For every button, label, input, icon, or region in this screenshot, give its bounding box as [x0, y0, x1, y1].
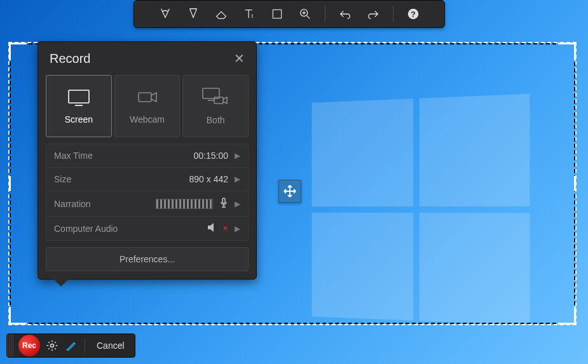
svg-point-10: [51, 344, 54, 347]
svg-text:t: t: [252, 13, 254, 19]
mode-label: Screen: [65, 114, 93, 125]
speaker-muted-icon[interactable]: [207, 223, 219, 234]
row-narration[interactable]: Narration ▶: [46, 191, 248, 217]
resize-handle-br[interactable]: [558, 307, 576, 325]
preferences-button[interactable]: Preferences...: [46, 247, 249, 271]
pen-straight-icon[interactable]: [182, 3, 204, 25]
resize-handle-tl[interactable]: [9, 43, 27, 60]
mode-label: Webcam: [130, 114, 165, 125]
resize-handle-bl[interactable]: [9, 307, 27, 325]
record-button[interactable]: Rec: [18, 335, 40, 356]
max-time-value: 00:15:00: [194, 151, 229, 161]
mode-both[interactable]: Both: [182, 75, 249, 137]
mute-x-icon: ✕: [222, 224, 228, 233]
bottombar-separator: [85, 338, 85, 353]
undo-icon[interactable]: [334, 3, 356, 25]
panel-title: Record: [50, 51, 90, 66]
row-computer-audio[interactable]: Computer Audio ✕ ▶: [46, 217, 248, 240]
record-panel: Record ✕ Screen Webcam Both Max Time 00:…: [38, 41, 257, 280]
toolbar-separator: [325, 6, 325, 22]
text-tool-icon[interactable]: t: [238, 3, 260, 25]
settings-icon[interactable]: [43, 336, 62, 355]
size-value: 890 x 442: [189, 174, 229, 184]
chevron-right-icon: ▶: [235, 199, 240, 208]
redo-icon[interactable]: [362, 3, 384, 25]
cancel-button[interactable]: Cancel: [89, 340, 132, 351]
row-label: Computer Audio: [54, 224, 118, 234]
row-label: Size: [54, 174, 71, 184]
zoom-icon[interactable]: [294, 3, 316, 25]
help-icon[interactable]: ?: [402, 3, 424, 25]
svg-rect-1: [273, 10, 281, 18]
mode-label: Both: [207, 115, 225, 125]
chevron-right-icon: ▶: [235, 175, 240, 184]
resize-handle-tr[interactable]: [558, 43, 576, 60]
resize-handle-left[interactable]: [9, 176, 11, 191]
row-label: Narration: [54, 199, 91, 209]
vu-meter: [156, 199, 213, 209]
microphone-icon[interactable]: [219, 198, 228, 210]
row-label: Max Time: [54, 151, 93, 161]
row-max-time[interactable]: Max Time 00:15:00 ▶: [46, 144, 248, 168]
resize-handle-right[interactable]: [574, 176, 576, 191]
svg-rect-5: [69, 90, 89, 103]
svg-rect-9: [222, 198, 225, 203]
mode-webcam[interactable]: Webcam: [114, 75, 181, 137]
annotation-toolbar: t ?: [133, 0, 445, 28]
record-bottom-bar: Rec Cancel: [6, 334, 135, 358]
row-size[interactable]: Size 890 x 442 ▶: [46, 168, 248, 191]
rectangle-tool-icon[interactable]: [266, 3, 288, 25]
grip-handle[interactable]: [7, 334, 15, 357]
chevron-right-icon: ▶: [235, 151, 240, 160]
svg-rect-6: [139, 93, 151, 102]
pen-free-icon[interactable]: [154, 3, 176, 25]
move-handle[interactable]: [278, 180, 301, 203]
toolbar-separator: [393, 6, 393, 22]
record-mode-group: Screen Webcam Both: [46, 75, 249, 137]
close-icon[interactable]: ✕: [234, 51, 245, 66]
mode-screen[interactable]: Screen: [46, 75, 112, 137]
pen-icon[interactable]: [62, 336, 81, 355]
eraser-icon[interactable]: [210, 3, 232, 25]
chevron-right-icon: ▶: [235, 224, 240, 233]
svg-text:?: ?: [411, 10, 416, 19]
